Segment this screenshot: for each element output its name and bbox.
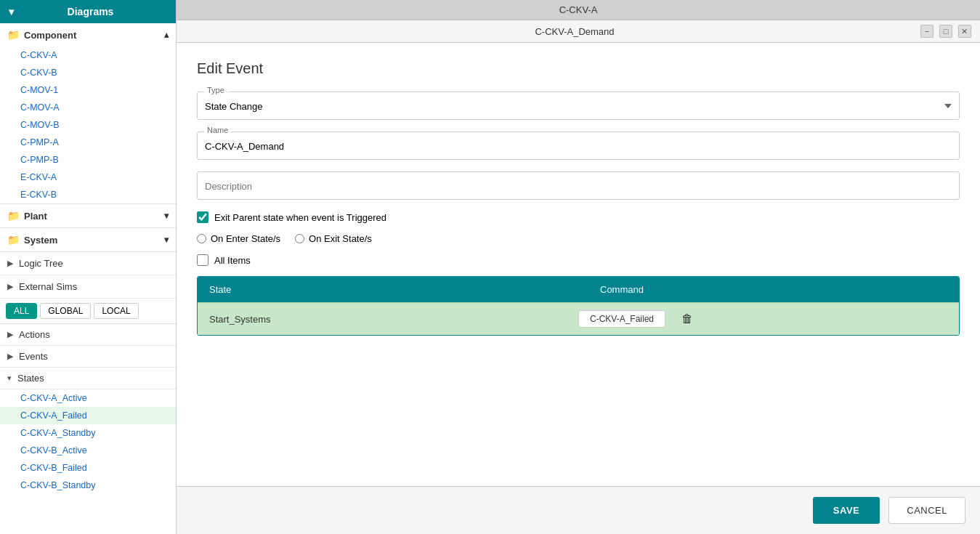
- sidebar-component-item[interactable]: C-MOV-B: [0, 116, 176, 134]
- actions-label: Actions: [19, 329, 50, 340]
- restore-button[interactable]: □: [939, 25, 952, 38]
- filter-local-button[interactable]: LOCAL: [94, 303, 138, 319]
- sidebar-item-external-sims[interactable]: ▶ External Sims: [0, 275, 176, 299]
- sidebar-component-item[interactable]: C-CKV-B: [0, 64, 176, 81]
- states-arrow: ▾: [7, 373, 12, 383]
- minimize-button[interactable]: −: [920, 25, 934, 38]
- name-field-group: Name: [197, 132, 960, 160]
- description-input[interactable]: [197, 171, 960, 200]
- sidebar-item-actions[interactable]: ▶ Actions: [0, 324, 176, 346]
- on-enter-label: On Enter State/s: [211, 233, 280, 244]
- sidebar-state-item[interactable]: C-CKV-A_Failed: [0, 407, 176, 424]
- on-exit-radio-item: On Exit State/s: [295, 233, 372, 244]
- command-pill[interactable]: C-CKV-A_Failed: [578, 310, 665, 328]
- filter-all-button[interactable]: ALL: [6, 303, 37, 319]
- name-label: Name: [204, 126, 231, 134]
- window-outer-titlebar: C-CKV-A: [177, 0, 980, 20]
- sidebar-component-item[interactable]: C-MOV-1: [0, 81, 176, 99]
- window-inner-title: C-CKV-A_Demand: [535, 26, 614, 37]
- on-exit-label: On Exit State/s: [309, 233, 372, 244]
- plant-label: Plant: [24, 211, 47, 222]
- sidebar-component-item[interactable]: C-CKV-A: [0, 46, 176, 64]
- sidebar-state-item[interactable]: C-CKV-A_Active: [0, 389, 176, 407]
- cancel-button[interactable]: CANCEL: [888, 497, 965, 524]
- sidebar-item-events[interactable]: ▶ Events: [0, 346, 176, 368]
- sidebar-system-section: 📁 System ▾: [0, 228, 176, 252]
- events-arrow: ▶: [7, 352, 13, 361]
- external-sims-label: External Sims: [19, 281, 77, 292]
- diagrams-label: Diagrams: [68, 6, 114, 17]
- exit-parent-row: Exit Parent state when event is Triggere…: [197, 211, 960, 223]
- system-folder-icon: 📁: [7, 234, 20, 246]
- on-enter-radio-item: On Enter State/s: [197, 233, 280, 244]
- sidebar-component-item[interactable]: C-PMP-B: [0, 151, 176, 169]
- type-field-group: Type State Change: [197, 92, 960, 120]
- window-content: Edit Event Type State Change Name Exit P: [177, 43, 980, 486]
- table-command-cell: C-CKV-A_Failed 🗑: [578, 310, 947, 328]
- states-items-list: C-CKV-A_ActiveC-CKV-A_FailedC-CKV-A_Stan…: [0, 389, 176, 494]
- plant-folder-icon: 📁: [7, 210, 20, 222]
- sidebar-component-item[interactable]: E-CKV-B: [0, 186, 176, 203]
- description-field-group: [197, 171, 960, 200]
- sidebar-state-item[interactable]: C-CKV-B_Active: [0, 442, 176, 459]
- sidebar-system-header[interactable]: 📁 System ▾: [0, 228, 176, 251]
- sidebar-state-item[interactable]: C-CKV-B_Standby: [0, 477, 176, 494]
- states-label: States: [17, 373, 44, 384]
- actions-arrow: ▶: [7, 330, 13, 339]
- window-controls: − □ ✕: [920, 25, 971, 38]
- on-enter-radio[interactable]: [197, 234, 206, 243]
- component-items-list: C-CKV-AC-CKV-BC-MOV-1C-MOV-AC-MOV-BC-PMP…: [0, 46, 176, 203]
- external-sims-arrow: ▶: [7, 282, 13, 291]
- all-items-checkbox[interactable]: [197, 254, 208, 266]
- sidebar-component-item[interactable]: C-PMP-A: [0, 134, 176, 151]
- plant-chevron: ▾: [164, 211, 169, 221]
- on-exit-radio[interactable]: [295, 234, 304, 243]
- system-label: System: [24, 235, 57, 246]
- diagrams-expand-icon: ▾: [9, 6, 14, 17]
- save-button[interactable]: SAVE: [813, 497, 880, 524]
- type-select[interactable]: State Change: [197, 92, 960, 120]
- sidebar-state-item[interactable]: C-CKV-A_Standby: [0, 424, 176, 442]
- bottom-bar: SAVE CANCEL: [177, 486, 980, 534]
- table-row: Start_Systems C-CKV-A_Failed 🗑: [198, 302, 959, 335]
- sidebar-component-section: 📁 Component ▴ C-CKV-AC-CKV-BC-MOV-1C-MOV…: [0, 23, 176, 204]
- sidebar-state-item[interactable]: C-CKV-B_Failed: [0, 459, 176, 477]
- sidebar-states-header[interactable]: ▾ States: [0, 368, 176, 389]
- sidebar: ▾ Diagrams 📁 Component ▴ C-CKV-AC-CKV-BC…: [0, 0, 177, 534]
- exit-parent-label: Exit Parent state when event is Triggere…: [214, 212, 386, 223]
- col-state-header: State: [209, 284, 556, 295]
- window-inner-titlebar: C-CKV-A_Demand − □ ✕: [177, 20, 980, 43]
- state-radio-row: On Enter State/s On Exit State/s: [197, 233, 960, 244]
- sidebar-component-header[interactable]: 📁 Component ▴: [0, 23, 176, 46]
- all-items-label: All Items: [214, 255, 251, 266]
- sidebar-component-item[interactable]: C-MOV-A: [0, 99, 176, 116]
- logic-tree-label: Logic Tree: [19, 258, 63, 269]
- main-area: C-CKV-A C-CKV-A_Demand − □ ✕ Edit Event …: [177, 0, 980, 534]
- name-input[interactable]: [197, 132, 960, 160]
- exit-parent-checkbox[interactable]: [197, 211, 208, 223]
- window-outer-title: C-CKV-A: [559, 4, 598, 15]
- table-header: State Command: [198, 277, 959, 302]
- sidebar-diagrams-header[interactable]: ▾ Diagrams: [0, 0, 176, 23]
- window: C-CKV-A C-CKV-A_Demand − □ ✕ Edit Event …: [177, 0, 980, 534]
- col-command-header: Command: [556, 284, 947, 295]
- events-label: Events: [19, 351, 48, 362]
- delete-row-button[interactable]: 🗑: [677, 311, 697, 327]
- component-chevron: ▴: [164, 30, 169, 40]
- filter-global-button[interactable]: GLOBAL: [40, 303, 91, 319]
- table-state-value: Start_Systems: [209, 314, 578, 325]
- edit-event-title: Edit Event: [197, 60, 960, 77]
- sidebar-component-item[interactable]: E-CKV-A: [0, 169, 176, 186]
- sidebar-states-section: ▾ States C-CKV-A_ActiveC-CKV-A_FailedC-C…: [0, 368, 176, 494]
- logic-tree-arrow: ▶: [7, 259, 13, 268]
- type-label: Type: [204, 86, 227, 94]
- state-command-table: State Command Start_Systems C-CKV-A_Fail…: [197, 276, 960, 336]
- all-items-row: All Items: [197, 254, 960, 266]
- sidebar-item-logic-tree[interactable]: ▶ Logic Tree: [0, 252, 176, 275]
- component-label: Component: [24, 30, 76, 41]
- system-chevron: ▾: [164, 235, 169, 245]
- folder-icon: 📁: [7, 29, 20, 41]
- sidebar-plant-header[interactable]: 📁 Plant ▾: [0, 204, 176, 227]
- sidebar-plant-section: 📁 Plant ▾: [0, 204, 176, 228]
- close-button[interactable]: ✕: [958, 25, 971, 38]
